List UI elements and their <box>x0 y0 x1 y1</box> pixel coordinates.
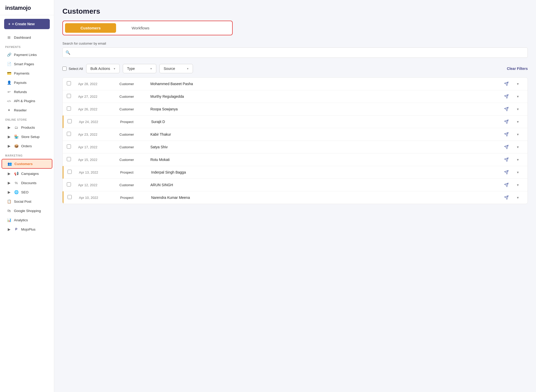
row-type: Customer <box>119 82 150 86</box>
mojoplus-label: MojoPlus <box>21 227 36 231</box>
row-date: Apr 23, 2022 <box>78 133 119 136</box>
filters-row: Select All Bulk Actions ▾ Type ▾ Source … <box>62 64 528 73</box>
table-row: Apr 10, 2022 Prospect Narendra Kumar Mee… <box>63 191 527 204</box>
orders-label: Orders <box>21 144 32 148</box>
send-message-icon[interactable] <box>501 94 512 99</box>
row-checkbox[interactable] <box>67 94 71 98</box>
row-expand-icon[interactable]: ▾ <box>512 183 523 187</box>
row-expand-icon[interactable]: ▾ <box>512 195 523 200</box>
section-payments: PAYMENTS <box>0 42 54 50</box>
row-checkbox-cell <box>67 182 78 187</box>
customers-icon: 👥 <box>7 162 12 166</box>
table-row: Apr 15, 2022 Customer Rotu Mokati ▾ <box>63 153 527 166</box>
row-checkbox[interactable] <box>67 107 71 111</box>
row-expand-icon[interactable]: ▾ <box>512 107 523 111</box>
row-expand-icon[interactable]: ▾ <box>512 94 523 99</box>
payments-label: Payments <box>14 71 29 75</box>
sidebar-item-smart-pages[interactable]: 📄 Smart Pages <box>2 60 52 68</box>
send-message-icon[interactable] <box>501 81 512 86</box>
row-name: ARUN SINGH <box>150 183 501 187</box>
select-all-checkbox[interactable] <box>62 67 67 71</box>
send-message-icon[interactable] <box>501 145 512 149</box>
sidebar-item-api-plugins[interactable]: </> API & Plugins <box>2 97 52 105</box>
send-message-icon[interactable] <box>501 183 512 187</box>
sidebar-item-google-shopping[interactable]: 🛍 Google Shopping <box>2 206 52 215</box>
row-expand-icon[interactable]: ▾ <box>512 158 523 162</box>
row-checkbox[interactable] <box>67 182 71 186</box>
send-message-icon[interactable] <box>501 107 512 111</box>
orders-icon: 📦 <box>14 144 19 148</box>
table-row: Apr 28, 2022 Customer Mohammed Baseet Pa… <box>63 78 527 90</box>
row-checkbox[interactable] <box>67 157 71 161</box>
row-checkbox[interactable] <box>68 195 72 199</box>
send-message-icon[interactable] <box>501 195 512 200</box>
type-label: Type <box>127 67 135 71</box>
row-checkbox-cell <box>67 107 78 112</box>
sidebar-item-products[interactable]: ▶ 🗂 Products <box>2 123 52 132</box>
clear-filters-button[interactable]: Clear Filters <box>507 67 528 71</box>
select-all-wrapper: Select All <box>62 67 83 71</box>
sidebar-item-payments[interactable]: 💳 Payments <box>2 69 52 78</box>
seo-label: SEO <box>21 190 29 194</box>
sidebar-item-orders[interactable]: ▶ 📦 Orders <box>2 142 52 150</box>
type-dropdown[interactable]: Type ▾ <box>123 64 156 73</box>
dashboard-icon: ⊞ <box>7 35 11 39</box>
sidebar-item-payouts[interactable]: 👤 Payouts <box>2 78 52 87</box>
send-message-icon[interactable] <box>501 170 512 175</box>
search-input[interactable] <box>62 47 528 58</box>
table-row: Apr 17, 2022 Customer Satya Shiv ▾ <box>63 141 527 153</box>
row-type: Prospect <box>120 170 151 174</box>
sidebar-item-social-post[interactable]: 📋 Social Post <box>2 197 52 206</box>
seo-icon: 🌐 <box>14 190 19 194</box>
logo: instamojo <box>0 0 54 15</box>
row-expand-icon[interactable]: ▾ <box>512 145 523 149</box>
row-type: Customer <box>119 95 150 99</box>
row-expand-icon[interactable]: ▾ <box>512 82 523 86</box>
bulk-actions-dropdown[interactable]: Bulk Actions ▾ <box>86 64 120 73</box>
search-wrapper: 🔍 <box>62 47 528 58</box>
search-icon: 🔍 <box>66 50 70 55</box>
sidebar-item-mojoplus[interactable]: ▶ P MojoPlus <box>2 225 52 234</box>
create-new-button[interactable]: + + Create New <box>4 19 50 29</box>
sidebar-item-seo[interactable]: ▶ 🌐 SEO <box>2 188 52 197</box>
mojoplus-expand-icon: ▶ <box>7 227 11 231</box>
source-dropdown[interactable]: Source ▾ <box>159 64 193 73</box>
sidebar-item-dashboard[interactable]: ⊞ Dashboard <box>2 33 52 42</box>
smart-pages-label: Smart Pages <box>14 62 34 66</box>
create-new-label: + Create New <box>12 22 35 26</box>
send-message-icon[interactable] <box>501 157 512 162</box>
brand-name: instamojo <box>5 5 31 11</box>
main-content: Customers Customers Workflows Search for… <box>54 0 536 392</box>
row-type: Customer <box>119 133 150 136</box>
row-checkbox[interactable] <box>67 144 71 149</box>
sidebar-item-customers[interactable]: 👥 Customers <box>2 159 52 169</box>
google-shopping-icon: 🛍 <box>7 209 11 213</box>
select-all-label: Select All <box>69 67 83 71</box>
sidebar-item-analytics[interactable]: 📊 Analytics <box>2 216 52 224</box>
row-checkbox[interactable] <box>67 132 71 136</box>
table-row: Apr 13, 2022 Prospect Inderpal Singh Bag… <box>63 166 527 179</box>
row-checkbox[interactable] <box>67 81 71 85</box>
sidebar-item-discounts[interactable]: ▶ % Discounts <box>2 178 52 187</box>
row-date: Apr 26, 2022 <box>78 107 119 111</box>
sidebar-item-store-setup[interactable]: ▶ 🏪 Store Setup <box>2 132 52 141</box>
section-online-store: ONLINE STORE <box>0 115 54 123</box>
tab-workflows[interactable]: Workflows <box>116 23 165 33</box>
row-checkbox[interactable] <box>68 170 72 174</box>
orders-expand-icon: ▶ <box>7 144 11 148</box>
row-checkbox[interactable] <box>68 119 72 123</box>
social-post-icon: 📋 <box>7 199 11 203</box>
tab-customers[interactable]: Customers <box>65 23 116 33</box>
campaigns-label: Campaigns <box>21 172 39 176</box>
sidebar-item-campaigns[interactable]: ▶ 📢 Campaigns <box>2 169 52 178</box>
sidebar-item-refunds[interactable]: ↩ Refunds <box>2 87 52 96</box>
smart-pages-icon: 📄 <box>7 62 11 66</box>
send-message-icon[interactable] <box>501 132 512 137</box>
send-message-icon[interactable] <box>501 119 512 124</box>
campaigns-expand-icon: ▶ <box>7 172 11 176</box>
row-expand-icon[interactable]: ▾ <box>512 170 523 174</box>
sidebar-item-payment-links[interactable]: 🔗 Payment Links <box>2 50 52 59</box>
sidebar-item-reseller[interactable]: ✦ Reseller <box>2 106 52 115</box>
row-expand-icon[interactable]: ▾ <box>512 120 523 124</box>
row-expand-icon[interactable]: ▾ <box>512 132 523 136</box>
